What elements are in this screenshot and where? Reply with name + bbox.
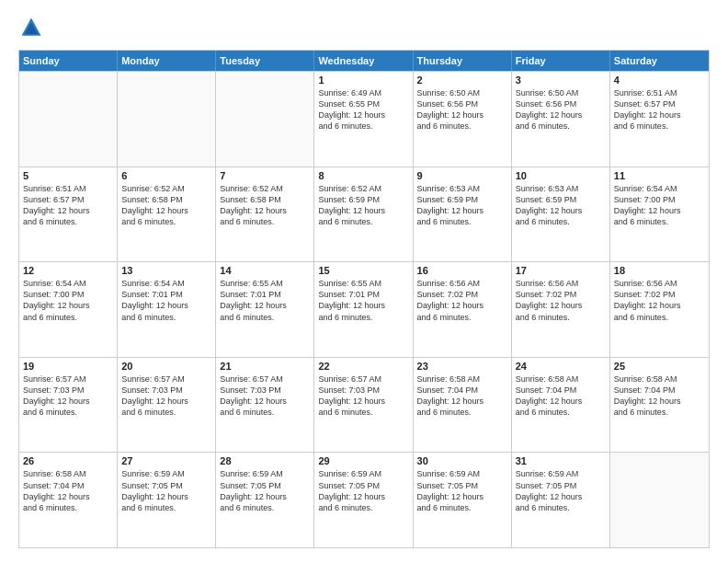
cal-cell-3-5: 16Sunrise: 6:56 AM Sunset: 7:02 PM Dayli… [414,262,512,357]
cal-cell-2-2: 6Sunrise: 6:52 AM Sunset: 6:58 PM Daylig… [118,167,216,262]
day-number: 20 [121,361,211,372]
header [18,15,710,40]
cal-cell-3-4: 15Sunrise: 6:55 AM Sunset: 7:01 PM Dayli… [314,262,413,357]
day-info: Sunrise: 6:54 AM Sunset: 7:00 PM Dayligh… [614,183,705,228]
cal-cell-1-5: 2Sunrise: 6:50 AM Sunset: 6:56 PM Daylig… [414,72,512,167]
day-number: 21 [220,361,310,372]
cal-cell-3-2: 13Sunrise: 6:54 AM Sunset: 7:01 PM Dayli… [118,262,216,357]
header-cell-friday: Friday [512,51,610,71]
cal-cell-1-6: 3Sunrise: 6:50 AM Sunset: 6:56 PM Daylig… [512,72,610,167]
cal-cell-1-7: 4Sunrise: 6:51 AM Sunset: 6:57 PM Daylig… [610,72,709,167]
day-info: Sunrise: 6:56 AM Sunset: 7:02 PM Dayligh… [516,278,606,323]
day-info: Sunrise: 6:54 AM Sunset: 7:00 PM Dayligh… [23,278,113,323]
day-info: Sunrise: 6:58 AM Sunset: 7:04 PM Dayligh… [614,373,705,419]
day-info: Sunrise: 6:59 AM Sunset: 7:05 PM Dayligh… [318,468,408,513]
day-info: Sunrise: 6:56 AM Sunset: 7:02 PM Dayligh… [417,278,507,323]
day-info: Sunrise: 6:49 AM Sunset: 6:55 PM Dayligh… [318,87,408,132]
day-number: 31 [516,455,606,466]
calendar-week-1: 1Sunrise: 6:49 AM Sunset: 6:55 PM Daylig… [19,71,709,167]
cal-cell-4-1: 19Sunrise: 6:57 AM Sunset: 7:03 PM Dayli… [19,358,118,453]
cal-cell-2-1: 5Sunrise: 6:51 AM Sunset: 6:57 PM Daylig… [19,167,118,262]
cal-cell-4-3: 21Sunrise: 6:57 AM Sunset: 7:03 PM Dayli… [216,358,314,453]
day-info: Sunrise: 6:52 AM Sunset: 6:58 PM Dayligh… [121,183,211,228]
day-number: 28 [220,455,310,466]
calendar-week-2: 5Sunrise: 6:51 AM Sunset: 6:57 PM Daylig… [19,167,709,262]
cal-cell-1-4: 1Sunrise: 6:49 AM Sunset: 6:55 PM Daylig… [314,72,413,167]
calendar-week-3: 12Sunrise: 6:54 AM Sunset: 7:00 PM Dayli… [19,261,709,357]
cal-cell-5-2: 27Sunrise: 6:59 AM Sunset: 7:05 PM Dayli… [118,453,216,547]
day-info: Sunrise: 6:53 AM Sunset: 6:59 PM Dayligh… [417,183,507,228]
day-number: 5 [23,170,113,181]
cal-cell-2-6: 10Sunrise: 6:53 AM Sunset: 6:59 PM Dayli… [512,167,610,262]
header-cell-wednesday: Wednesday [314,51,413,71]
cal-cell-4-4: 22Sunrise: 6:57 AM Sunset: 7:03 PM Dayli… [314,358,413,453]
day-info: Sunrise: 6:59 AM Sunset: 7:05 PM Dayligh… [121,468,211,513]
cal-cell-5-5: 30Sunrise: 6:59 AM Sunset: 7:05 PM Dayli… [414,453,512,547]
cal-cell-5-6: 31Sunrise: 6:59 AM Sunset: 7:05 PM Dayli… [512,453,610,547]
day-info: Sunrise: 6:50 AM Sunset: 6:56 PM Dayligh… [516,87,606,132]
day-number: 10 [516,170,606,181]
day-info: Sunrise: 6:59 AM Sunset: 7:05 PM Dayligh… [220,468,310,513]
calendar-header: SundayMondayTuesdayWednesdayThursdayFrid… [19,51,709,71]
day-number: 2 [417,75,507,86]
cal-cell-5-1: 26Sunrise: 6:58 AM Sunset: 7:04 PM Dayli… [19,453,118,547]
cal-cell-3-3: 14Sunrise: 6:55 AM Sunset: 7:01 PM Dayli… [216,262,314,357]
day-number: 13 [121,265,211,276]
day-info: Sunrise: 6:53 AM Sunset: 6:59 PM Dayligh… [516,183,606,228]
cal-cell-5-3: 28Sunrise: 6:59 AM Sunset: 7:05 PM Dayli… [216,453,314,547]
day-info: Sunrise: 6:55 AM Sunset: 7:01 PM Dayligh… [318,278,408,323]
day-number: 9 [417,170,507,181]
day-info: Sunrise: 6:57 AM Sunset: 7:03 PM Dayligh… [318,373,408,419]
calendar-week-5: 26Sunrise: 6:58 AM Sunset: 7:04 PM Dayli… [19,452,709,547]
day-number: 17 [516,265,606,276]
day-number: 7 [220,170,310,181]
cal-cell-5-4: 29Sunrise: 6:59 AM Sunset: 7:05 PM Dayli… [314,453,413,547]
day-number: 23 [417,361,507,372]
logo-icon [18,15,44,40]
day-info: Sunrise: 6:58 AM Sunset: 7:04 PM Dayligh… [23,468,113,513]
day-info: Sunrise: 6:56 AM Sunset: 7:02 PM Dayligh… [614,278,705,323]
calendar: SundayMondayTuesdayWednesdayThursdayFrid… [18,50,710,548]
header-cell-monday: Monday [118,51,216,71]
cal-cell-1-1 [19,72,118,167]
cal-cell-3-6: 17Sunrise: 6:56 AM Sunset: 7:02 PM Dayli… [512,262,610,357]
day-number: 15 [318,265,408,276]
cal-cell-2-5: 9Sunrise: 6:53 AM Sunset: 6:59 PM Daylig… [414,167,512,262]
header-cell-sunday: Sunday [19,51,118,71]
day-number: 26 [23,455,113,466]
day-number: 19 [23,361,113,372]
cal-cell-2-7: 11Sunrise: 6:54 AM Sunset: 7:00 PM Dayli… [610,167,709,262]
day-number: 16 [417,265,507,276]
cal-cell-2-3: 7Sunrise: 6:52 AM Sunset: 6:58 PM Daylig… [216,167,314,262]
day-info: Sunrise: 6:57 AM Sunset: 7:03 PM Dayligh… [23,373,113,419]
calendar-week-4: 19Sunrise: 6:57 AM Sunset: 7:03 PM Dayli… [19,357,709,453]
day-info: Sunrise: 6:52 AM Sunset: 6:59 PM Dayligh… [318,183,408,228]
cal-cell-1-2 [118,72,216,167]
day-info: Sunrise: 6:57 AM Sunset: 7:03 PM Dayligh… [220,373,310,419]
day-info: Sunrise: 6:58 AM Sunset: 7:04 PM Dayligh… [516,373,606,419]
header-cell-thursday: Thursday [414,51,512,71]
day-number: 30 [417,455,507,466]
day-number: 18 [614,265,705,276]
day-info: Sunrise: 6:57 AM Sunset: 7:03 PM Dayligh… [121,373,211,419]
cal-cell-2-4: 8Sunrise: 6:52 AM Sunset: 6:59 PM Daylig… [314,167,413,262]
day-number: 3 [516,75,606,86]
day-info: Sunrise: 6:58 AM Sunset: 7:04 PM Dayligh… [417,373,507,419]
day-info: Sunrise: 6:59 AM Sunset: 7:05 PM Dayligh… [417,468,507,513]
cal-cell-1-3 [216,72,314,167]
page: SundayMondayTuesdayWednesdayThursdayFrid… [0,0,728,563]
cal-cell-4-7: 25Sunrise: 6:58 AM Sunset: 7:04 PM Dayli… [610,358,709,453]
day-number: 27 [121,455,211,466]
day-info: Sunrise: 6:51 AM Sunset: 6:57 PM Dayligh… [23,183,113,228]
cal-cell-5-7 [610,453,709,547]
header-cell-tuesday: Tuesday [216,51,314,71]
day-info: Sunrise: 6:54 AM Sunset: 7:01 PM Dayligh… [121,278,211,323]
day-number: 12 [23,265,113,276]
day-number: 8 [318,170,408,181]
day-info: Sunrise: 6:52 AM Sunset: 6:58 PM Dayligh… [220,183,310,228]
header-cell-saturday: Saturday [610,51,709,71]
day-number: 24 [516,361,606,372]
cal-cell-4-6: 24Sunrise: 6:58 AM Sunset: 7:04 PM Dayli… [512,358,610,453]
day-number: 6 [121,170,211,181]
day-number: 1 [318,75,408,86]
